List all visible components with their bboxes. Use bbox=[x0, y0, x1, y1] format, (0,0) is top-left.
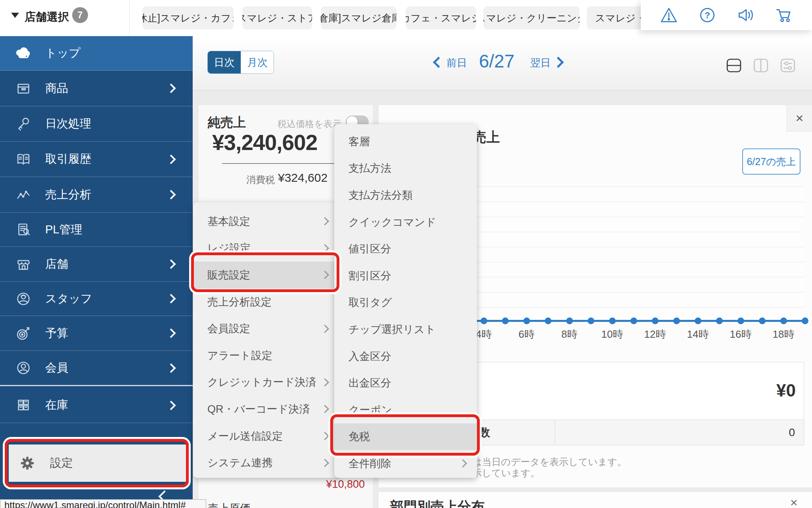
realtime-table-value-cell: 0 bbox=[555, 420, 804, 445]
menu-item-label: 免税 bbox=[349, 429, 370, 444]
menu-item[interactable]: システム連携 bbox=[193, 449, 339, 476]
sidebar-item-chart[interactable]: 売上分析 bbox=[0, 177, 193, 213]
store-selector[interactable]: 店舗選択 7 bbox=[0, 0, 130, 36]
sidebar-item-cloud[interactable]: トップ bbox=[0, 36, 193, 71]
prev-day-button[interactable]: 前日 bbox=[446, 56, 467, 70]
sidebar-item-box[interactable]: 商品 bbox=[0, 71, 193, 106]
menu-item[interactable]: 販売設定 bbox=[193, 262, 339, 289]
svg-text:?: ? bbox=[705, 10, 710, 20]
menu-item[interactable]: チップ選択リスト bbox=[334, 316, 477, 343]
menu-item[interactable]: クイックコマンド bbox=[334, 209, 477, 236]
menu-item[interactable]: クレジットカード決済 bbox=[193, 369, 339, 396]
menu-item[interactable]: 取引タグ bbox=[334, 289, 477, 316]
department-panel-close-button[interactable]: × bbox=[790, 495, 798, 508]
store-tab[interactable]: スマレジ・ストア bbox=[242, 6, 312, 29]
layout-settings-sliders-icon[interactable] bbox=[779, 57, 796, 74]
menu-item[interactable]: メール送信設定 bbox=[193, 423, 339, 450]
chevron-right-icon bbox=[321, 405, 329, 413]
menu-item[interactable]: アラート設定 bbox=[193, 342, 339, 369]
menu-item[interactable]: 支払方法 bbox=[334, 155, 477, 182]
store-tab[interactable]: [倉庫]スマレジ倉庫 bbox=[321, 6, 396, 29]
member-icon bbox=[14, 359, 33, 377]
sidebar-item-target[interactable]: 予算 bbox=[0, 316, 193, 351]
chevron-right-icon bbox=[166, 400, 176, 410]
tax-amount: ¥324,602 bbox=[278, 171, 327, 185]
sidebar-item-key[interactable]: 日次処理 bbox=[0, 106, 193, 142]
help-icon[interactable]: ? bbox=[697, 5, 717, 25]
realtime-total-value: ¥0 bbox=[776, 381, 796, 400]
chart-data-point bbox=[566, 318, 573, 324]
store-tab[interactable]: スマレジ・クリーニング bbox=[483, 6, 580, 29]
cloud-icon bbox=[14, 44, 33, 62]
menu-item[interactable]: 基本設定 bbox=[193, 208, 339, 235]
menu-item[interactable]: 値引区分 bbox=[334, 235, 477, 262]
tax-toggle-label: 税込価格を表示 bbox=[278, 118, 342, 130]
menu-item[interactable]: 会員設定 bbox=[193, 315, 339, 342]
chevron-right-icon bbox=[166, 363, 176, 373]
menu-item[interactable]: 割引区分 bbox=[334, 262, 477, 289]
menu-item-label: 入金区分 bbox=[349, 349, 391, 364]
alert-icon[interactable] bbox=[659, 5, 679, 25]
current-date: 6/27 bbox=[479, 50, 515, 72]
cart-icon[interactable] bbox=[774, 5, 794, 25]
layout-split-vertical-icon[interactable] bbox=[753, 57, 769, 74]
menu-item[interactable]: クーポン bbox=[334, 396, 477, 423]
date-sales-button[interactable]: 6/27の売上 bbox=[742, 148, 801, 175]
target-icon bbox=[14, 324, 33, 343]
chart-data-point bbox=[588, 318, 594, 324]
period-toggle: 日次 月次 bbox=[207, 51, 274, 74]
sidebar-item-pldoc[interactable]: PL管理 bbox=[0, 213, 193, 247]
next-day-button[interactable]: 翌日 bbox=[530, 56, 551, 70]
menu-item-label: 販売設定 bbox=[207, 268, 250, 282]
menu-item[interactable]: 客層 bbox=[334, 128, 477, 155]
chart-data-point bbox=[523, 318, 530, 324]
menu-item-label: 取引タグ bbox=[349, 295, 392, 310]
chart-data-point bbox=[716, 318, 723, 324]
top-bar: 店舗選択 7 [休止]スマレジ・カフェスマレジ・ストア[倉庫]スマレジ倉庫カフェ… bbox=[0, 0, 812, 36]
announcement-icon[interactable] bbox=[735, 5, 755, 25]
realtime-row-value: 0 bbox=[789, 426, 795, 439]
chevron-right-icon bbox=[166, 190, 176, 199]
chevron-right-icon bbox=[166, 83, 176, 93]
menu-item-label: 会員設定 bbox=[207, 321, 250, 336]
next-day-icon[interactable] bbox=[554, 58, 562, 68]
tab-daily[interactable]: 日次 bbox=[208, 51, 241, 73]
realtime-panel-close-button[interactable]: × bbox=[787, 105, 812, 131]
menu-item[interactable]: 入金区分 bbox=[334, 343, 477, 370]
caret-down-icon bbox=[11, 13, 19, 18]
sidebar-item-inventory[interactable]: 在庫 bbox=[0, 388, 193, 423]
sidebar-nav: トップ商品日次処理取引履歴売上分析PL管理店舗スタッフ予算会員在庫 bbox=[0, 36, 193, 508]
book-icon bbox=[14, 150, 33, 168]
chevron-right-icon bbox=[166, 294, 176, 303]
prev-day-icon[interactable] bbox=[435, 58, 442, 68]
tab-monthly[interactable]: 月次 bbox=[241, 51, 274, 73]
menu-item[interactable]: 免税 bbox=[334, 423, 477, 450]
store-tab[interactable]: カフェ・スマレジ bbox=[406, 6, 476, 29]
menu-item[interactable]: レジ設定 bbox=[193, 235, 339, 262]
chart-data-point bbox=[737, 318, 744, 324]
store-tab[interactable]: [休止]スマレジ・カフェ bbox=[142, 6, 234, 29]
chevron-right-icon bbox=[166, 154, 176, 164]
menu-item[interactable]: 全件削除 bbox=[334, 450, 477, 477]
chevron-right-icon bbox=[459, 459, 467, 468]
menu-item[interactable]: 出金区分 bbox=[334, 369, 477, 396]
layout-split-horizontal-icon[interactable] bbox=[726, 57, 742, 74]
menu-item-label: 基本設定 bbox=[207, 214, 250, 229]
menu-item[interactable]: QR・バーコード決済 bbox=[193, 396, 339, 423]
chevron-right-icon bbox=[166, 259, 176, 269]
global-actions-panel: ? bbox=[641, 0, 812, 30]
chart-icon bbox=[14, 186, 33, 204]
sidebar-item-member[interactable]: 会員 bbox=[0, 351, 193, 386]
sidebar-item-store[interactable]: 店舗 bbox=[0, 247, 193, 282]
menu-item-label: 全件削除 bbox=[349, 456, 391, 471]
cogs-label: 売上原価 bbox=[208, 501, 251, 508]
sales-settings-submenu: 客層支払方法支払方法分類クイックコマンド値引区分割引区分取引タグチップ選択リスト… bbox=[334, 124, 477, 478]
sidebar-item-book[interactable]: 取引履歴 bbox=[0, 142, 193, 177]
sidebar-item-settings[interactable]: 設定 bbox=[9, 444, 188, 482]
menu-item[interactable]: 売上分析設定 bbox=[193, 289, 339, 316]
sidebar-item-label: 取引履歴 bbox=[45, 151, 91, 167]
sidebar-item-staff[interactable]: スタッフ bbox=[0, 282, 193, 316]
chevron-right-icon bbox=[321, 459, 329, 467]
menu-item[interactable]: 支払方法分類 bbox=[334, 182, 477, 209]
chevron-right-icon bbox=[321, 244, 329, 252]
